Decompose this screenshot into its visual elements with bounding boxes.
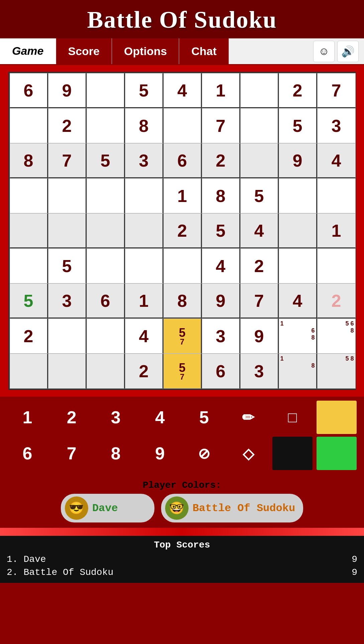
cell-7-6[interactable]: 9 xyxy=(240,318,279,354)
cell-8-2[interactable] xyxy=(87,354,125,389)
tab-score[interactable]: Score xyxy=(56,38,112,64)
numpad-5[interactable]: 5 xyxy=(184,401,224,434)
numpad-9[interactable]: 9 xyxy=(140,437,180,470)
cell-0-0[interactable]: 6 xyxy=(10,73,48,108)
cell-8-0[interactable] xyxy=(10,354,48,389)
cell-4-7[interactable] xyxy=(279,213,317,248)
cell-3-3[interactable] xyxy=(125,178,163,213)
cell-8-6[interactable]: 3 xyxy=(240,354,279,389)
cell-6-4[interactable]: 8 xyxy=(163,283,202,318)
cell-8-4[interactable]: 57 xyxy=(163,354,202,389)
cell-7-0[interactable]: 2 xyxy=(10,318,48,354)
numpad-7[interactable]: 7 xyxy=(51,437,92,470)
cell-4-2[interactable] xyxy=(87,213,125,248)
cell-1-0[interactable] xyxy=(10,108,48,143)
cell-7-3[interactable]: 4 xyxy=(125,318,163,354)
cell-7-5[interactable]: 3 xyxy=(202,318,240,354)
cell-2-8[interactable]: 4 xyxy=(317,143,356,178)
cell-6-5[interactable]: 9 xyxy=(202,283,240,318)
numpad-4[interactable]: 4 xyxy=(140,401,180,434)
cell-7-7[interactable]: 1 6 8 xyxy=(279,318,317,354)
numpad-2[interactable]: 2 xyxy=(51,401,92,434)
emoji-button[interactable]: ☺ xyxy=(313,41,335,62)
cell-4-0[interactable] xyxy=(10,213,48,248)
cell-4-5[interactable]: 5 xyxy=(202,213,240,248)
cell-0-2[interactable] xyxy=(87,73,125,108)
numpad-3[interactable]: 3 xyxy=(96,401,136,434)
cell-1-3[interactable]: 8 xyxy=(125,108,163,143)
numpad-1[interactable]: 1 xyxy=(7,401,47,434)
cell-8-7[interactable]: 1 8 xyxy=(279,354,317,389)
cell-2-4[interactable]: 6 xyxy=(163,143,202,178)
cell-8-3[interactable]: 2 xyxy=(125,354,163,389)
cell-1-7[interactable]: 5 xyxy=(279,108,317,143)
cell-5-0[interactable] xyxy=(10,248,48,283)
cell-2-0[interactable]: 8 xyxy=(10,143,48,178)
cell-6-0[interactable]: 5 xyxy=(10,283,48,318)
cell-8-5[interactable]: 6 xyxy=(202,354,240,389)
cell-4-6[interactable]: 4 xyxy=(240,213,279,248)
cell-2-3[interactable]: 3 xyxy=(125,143,163,178)
cell-3-8[interactable] xyxy=(317,178,356,213)
cell-0-5[interactable]: 1 xyxy=(202,73,240,108)
cell-5-3[interactable] xyxy=(125,248,163,283)
cell-3-2[interactable] xyxy=(87,178,125,213)
cell-7-1[interactable] xyxy=(48,318,87,354)
yellow-color-btn[interactable] xyxy=(317,401,357,434)
cell-5-7[interactable] xyxy=(279,248,317,283)
cell-6-1[interactable]: 3 xyxy=(48,283,87,318)
fill-button[interactable]: ◇ xyxy=(228,437,268,470)
cell-3-7[interactable] xyxy=(279,178,317,213)
cell-0-8[interactable]: 7 xyxy=(317,73,356,108)
cell-5-1[interactable]: 5 xyxy=(48,248,87,283)
cell-2-7[interactable]: 9 xyxy=(279,143,317,178)
tab-chat[interactable]: Chat xyxy=(179,38,229,64)
cell-6-3[interactable]: 1 xyxy=(125,283,163,318)
numpad-6[interactable]: 6 xyxy=(7,437,47,470)
cell-0-6[interactable] xyxy=(240,73,279,108)
cell-1-2[interactable] xyxy=(87,108,125,143)
cell-5-5[interactable]: 4 xyxy=(202,248,240,283)
cell-0-1[interactable]: 9 xyxy=(48,73,87,108)
cell-3-5[interactable]: 8 xyxy=(202,178,240,213)
cell-6-6[interactable]: 7 xyxy=(240,283,279,318)
cell-5-4[interactable] xyxy=(163,248,202,283)
cell-0-4[interactable]: 4 xyxy=(163,73,202,108)
tab-game[interactable]: Game xyxy=(0,38,56,64)
no-button[interactable]: ⊘ xyxy=(184,437,224,470)
cell-1-6[interactable] xyxy=(240,108,279,143)
cell-1-1[interactable]: 2 xyxy=(48,108,87,143)
cell-4-1[interactable] xyxy=(48,213,87,248)
cell-7-8[interactable]: 5 6 8 xyxy=(317,318,356,354)
cell-6-7[interactable]: 4 xyxy=(279,283,317,318)
tab-options[interactable]: Options xyxy=(112,38,179,64)
cell-4-8[interactable]: 1 xyxy=(317,213,356,248)
square-button[interactable]: □ xyxy=(272,401,313,434)
cell-3-1[interactable] xyxy=(48,178,87,213)
cell-2-2[interactable]: 5 xyxy=(87,143,125,178)
cell-5-8[interactable] xyxy=(317,248,356,283)
cell-7-2[interactable] xyxy=(87,318,125,354)
cell-7-4[interactable]: 57 xyxy=(163,318,202,354)
cell-5-2[interactable] xyxy=(87,248,125,283)
cell-2-1[interactable]: 7 xyxy=(48,143,87,178)
cell-5-6[interactable]: 2 xyxy=(240,248,279,283)
cell-3-4[interactable]: 1 xyxy=(163,178,202,213)
pencil-button[interactable]: ✏ xyxy=(228,401,268,434)
cell-0-7[interactable]: 2 xyxy=(279,73,317,108)
cell-6-2[interactable]: 6 xyxy=(87,283,125,318)
green-color-btn[interactable] xyxy=(317,437,357,470)
sound-button[interactable]: 🔊 xyxy=(337,41,359,62)
cell-8-8[interactable]: 5 8 xyxy=(317,354,356,389)
cell-8-1[interactable] xyxy=(48,354,87,389)
cell-4-3[interactable] xyxy=(125,213,163,248)
cell-2-5[interactable]: 2 xyxy=(202,143,240,178)
cell-1-5[interactable]: 7 xyxy=(202,108,240,143)
cell-1-8[interactable]: 3 xyxy=(317,108,356,143)
black-color-btn[interactable] xyxy=(272,437,313,470)
numpad-8[interactable]: 8 xyxy=(96,437,136,470)
cell-3-6[interactable]: 5 xyxy=(240,178,279,213)
cell-6-8[interactable]: 2 xyxy=(317,283,356,318)
cell-2-6[interactable] xyxy=(240,143,279,178)
cell-0-3[interactable]: 5 xyxy=(125,73,163,108)
